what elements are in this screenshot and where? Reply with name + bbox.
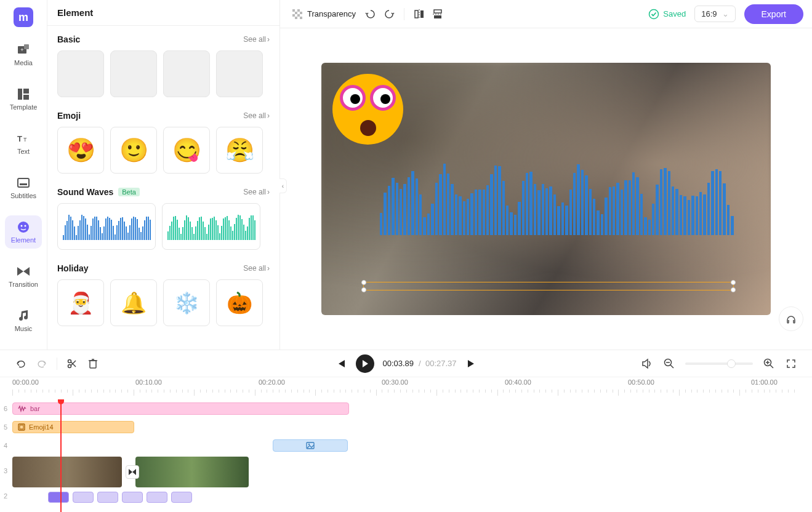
clip-emoji[interactable]: Emoji14 xyxy=(12,421,134,433)
svg-point-10 xyxy=(18,222,29,233)
audio-clip[interactable] xyxy=(171,492,192,503)
svg-rect-31 xyxy=(90,361,96,368)
flip-horizontal-button[interactable] xyxy=(413,8,425,20)
track-row[interactable]: 3 xyxy=(12,455,812,489)
section-title: Basic xyxy=(57,34,80,44)
section-emoji: Emoji See all› 😍 🙂 😋 😤 xyxy=(57,111,270,174)
clip-image[interactable] xyxy=(273,439,348,452)
next-frame-button[interactable] xyxy=(465,358,478,370)
fit-timeline-button[interactable] xyxy=(785,358,797,370)
audio-clip[interactable] xyxy=(73,492,94,503)
holiday-thumb[interactable]: 🎅 xyxy=(57,279,104,326)
svg-line-38 xyxy=(770,365,773,368)
svg-text:T: T xyxy=(23,137,27,143)
sidebar-item-transition[interactable]: Transition xyxy=(5,260,42,293)
chevron-down-icon: ⌄ xyxy=(722,9,729,18)
svg-rect-22 xyxy=(415,10,418,18)
track-row[interactable]: 5 Emoji14 xyxy=(12,418,812,436)
volume-button[interactable] xyxy=(641,358,653,370)
sidebar-label: Template xyxy=(10,103,38,111)
delete-button[interactable] xyxy=(87,358,99,370)
basic-thumb[interactable] xyxy=(163,50,210,97)
sidebar-item-element[interactable]: Element xyxy=(5,215,42,249)
track-row[interactable]: 6 bar xyxy=(12,399,812,418)
zoom-in-button[interactable] xyxy=(763,358,775,370)
soundwave-overlay[interactable] xyxy=(380,155,734,235)
basic-thumb[interactable] xyxy=(110,50,157,97)
see-all-emoji[interactable]: See all› xyxy=(243,111,270,120)
sidebar-item-text[interactable]: TT Text xyxy=(5,127,42,160)
audio-clip[interactable] xyxy=(122,492,143,503)
svg-rect-25 xyxy=(434,10,441,13)
flip-vertical-button[interactable] xyxy=(432,8,444,20)
aspect-ratio-select[interactable]: 16:9 ⌄ xyxy=(694,6,735,22)
emoji-thumb[interactable]: 😍 xyxy=(57,127,104,174)
chevron-right-icon: › xyxy=(267,111,270,120)
video-preview[interactable] xyxy=(321,63,771,315)
sidebar-label: Element xyxy=(11,236,36,244)
music-icon xyxy=(17,309,30,322)
soundwave-thumb-blue[interactable] xyxy=(57,203,156,250)
svg-rect-15 xyxy=(297,9,300,12)
section-soundwaves: Sound WavesBeta See all› xyxy=(57,187,270,250)
zoom-slider[interactable] xyxy=(685,362,753,365)
track-row[interactable]: 2 xyxy=(12,489,812,503)
rotate-right-button[interactable] xyxy=(383,8,395,20)
canvas-stage[interactable] xyxy=(280,28,812,350)
chevron-right-icon: › xyxy=(267,188,270,196)
clip-soundwave[interactable]: bar xyxy=(12,402,349,415)
holiday-thumb[interactable]: 🎃 xyxy=(216,279,263,326)
export-button[interactable]: Export xyxy=(744,4,803,24)
sidebar-item-subtitles[interactable]: Subtitles xyxy=(5,171,42,204)
emoji-thumb[interactable]: 😤 xyxy=(216,127,263,174)
emoji-thumb[interactable]: 🙂 xyxy=(110,127,157,174)
emoji-overlay[interactable] xyxy=(332,74,403,145)
emoji-thumb[interactable]: 😋 xyxy=(163,127,210,174)
play-button[interactable] xyxy=(355,354,374,373)
split-button[interactable] xyxy=(66,358,78,370)
sidebar-label: Subtitles xyxy=(10,192,36,199)
track-row[interactable]: 4 xyxy=(12,436,812,455)
transparency-button[interactable]: Transparency xyxy=(289,6,358,23)
zoom-out-button[interactable] xyxy=(663,358,675,370)
prev-frame-button[interactable] xyxy=(334,358,347,370)
soundwave-thumb-green[interactable] xyxy=(162,203,260,250)
current-time: 00:03.89 xyxy=(382,359,414,368)
see-all-basic[interactable]: See all› xyxy=(243,35,270,44)
total-time: 00:27.37 xyxy=(425,359,457,368)
audio-clip[interactable] xyxy=(48,492,69,503)
sidebar-item-template[interactable]: Template xyxy=(5,82,42,116)
app-logo[interactable]: m xyxy=(14,7,33,27)
timeline-ruler[interactable]: 00:00.00 00:10.00 00:20.00 00:30.00 00:4… xyxy=(0,377,812,399)
selection-handles[interactable] xyxy=(363,282,734,290)
transition-badge[interactable] xyxy=(126,465,139,479)
holiday-thumb[interactable]: 🔔 xyxy=(110,279,157,326)
svg-rect-26 xyxy=(434,15,441,18)
video-clip[interactable] xyxy=(12,457,122,487)
chevron-right-icon: › xyxy=(267,35,270,44)
canvas-area: Transparency Saved 16:9 ⌄ Export xyxy=(280,0,812,350)
svg-point-11 xyxy=(21,225,23,227)
video-clip[interactable] xyxy=(135,457,249,487)
see-all-holiday[interactable]: See all› xyxy=(243,264,270,273)
section-basic: Basic See all› xyxy=(57,34,270,97)
audio-clip[interactable] xyxy=(97,492,118,503)
basic-thumb[interactable] xyxy=(57,50,104,97)
see-all-soundwaves[interactable]: See all› xyxy=(243,188,270,196)
sidebar-item-music[interactable]: Music xyxy=(5,304,42,337)
basic-thumb[interactable] xyxy=(216,50,263,97)
audio-support-button[interactable] xyxy=(779,306,803,331)
playhead[interactable] xyxy=(60,399,62,512)
svg-rect-16 xyxy=(295,12,297,14)
timeline: 00:03.89 / 00:27.37 00:00.00 00:10.00 00… xyxy=(0,350,812,512)
svg-rect-21 xyxy=(300,17,302,19)
rotate-left-button[interactable] xyxy=(364,8,377,20)
svg-text:T: T xyxy=(17,134,22,143)
sidebar-label: Media xyxy=(14,59,33,66)
redo-button[interactable] xyxy=(36,358,48,370)
undo-button[interactable] xyxy=(15,358,27,370)
holiday-thumb[interactable]: ❄️ xyxy=(163,279,210,326)
sidebar-item-media[interactable]: + Media xyxy=(5,38,42,71)
audio-clip[interactable] xyxy=(147,492,167,503)
tracks-container[interactable]: 6 bar 5 Emoji14 4 3 xyxy=(0,399,812,512)
